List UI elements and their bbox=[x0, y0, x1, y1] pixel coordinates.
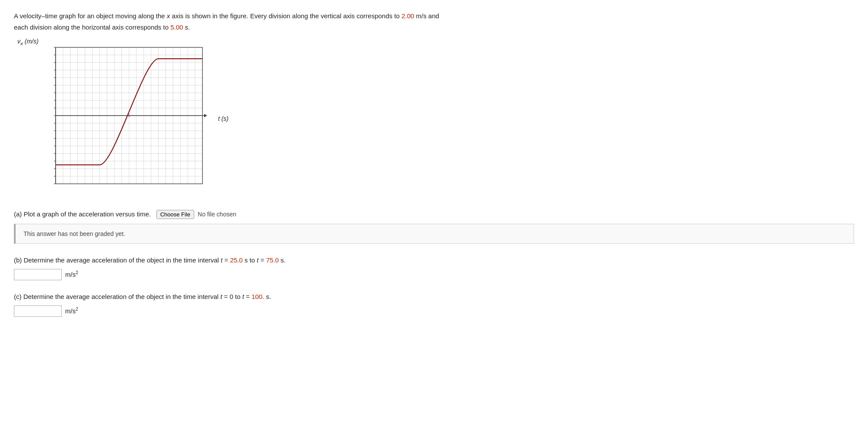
x-axis-label: x bbox=[167, 12, 170, 20]
intro-unit1: m/s and bbox=[414, 12, 439, 20]
part-c-t2-val: 100. bbox=[252, 293, 264, 300]
part-b-eq2: = bbox=[258, 256, 266, 264]
part-b-unit: m/s2 bbox=[65, 270, 78, 278]
part-c-unit: m/s2 bbox=[65, 307, 78, 315]
part-c-answer-row: m/s2 bbox=[14, 305, 854, 317]
intro-unit2: s. bbox=[183, 23, 190, 31]
intro-line2: each division along the horizontal axis … bbox=[14, 23, 170, 31]
intro-paragraph: A velocity–time graph for an object movi… bbox=[14, 10, 854, 33]
part-a-text: (a) Plot a graph of the acceleration ver… bbox=[14, 210, 151, 218]
part-b-prefix: (b) Determine the average acceleration o… bbox=[14, 256, 221, 264]
no-file-text: No file chosen bbox=[198, 209, 236, 219]
part-b-answer-row: m/s2 bbox=[14, 269, 854, 280]
part-c-s2: s. bbox=[264, 293, 271, 300]
part-b-s2: s. bbox=[279, 256, 286, 264]
part-c-prefix: (c) Determine the average acceleration o… bbox=[14, 293, 220, 300]
x-axis-label: t (s) bbox=[218, 115, 229, 122]
graded-text: This answer has not been graded yet. bbox=[23, 230, 125, 237]
part-b-input[interactable] bbox=[14, 269, 62, 280]
y-axis-label: vx (m/s) bbox=[17, 38, 39, 46]
part-a-label: (a) Plot a graph of the acceleration ver… bbox=[14, 209, 854, 219]
graph-container: vx (m/s) t (s) bbox=[40, 40, 209, 197]
intro-line1: A velocity–time graph for an object movi… bbox=[14, 12, 401, 20]
part-c-section: (c) Determine the average acceleration o… bbox=[14, 292, 854, 317]
part-c-label: (c) Determine the average acceleration o… bbox=[14, 292, 854, 302]
velocity-time-graph bbox=[40, 40, 209, 197]
part-c-eq1: = 0 to bbox=[222, 293, 242, 300]
part-b-label: (b) Determine the average acceleration o… bbox=[14, 255, 854, 265]
part-b-t1-val: 25.0 bbox=[230, 256, 242, 264]
choose-file-area: Choose File No file chosen bbox=[156, 209, 236, 219]
horizontal-value: 5.00 bbox=[170, 23, 183, 31]
choose-file-button[interactable]: Choose File bbox=[156, 210, 194, 219]
part-b-t2-val: 75.0 bbox=[266, 256, 278, 264]
part-b-eq1: = bbox=[222, 256, 230, 264]
graded-box: This answer has not been graded yet. bbox=[14, 224, 854, 244]
part-c-eq2: = bbox=[244, 293, 252, 300]
part-a-section: (a) Plot a graph of the acceleration ver… bbox=[14, 209, 854, 244]
vertical-value: 2.00 bbox=[401, 12, 414, 20]
graph-area: vx (m/s) t (s) bbox=[40, 40, 854, 197]
part-c-input[interactable] bbox=[14, 305, 62, 317]
part-b-s1: s to bbox=[243, 256, 257, 264]
part-b-section: (b) Determine the average acceleration o… bbox=[14, 255, 854, 280]
